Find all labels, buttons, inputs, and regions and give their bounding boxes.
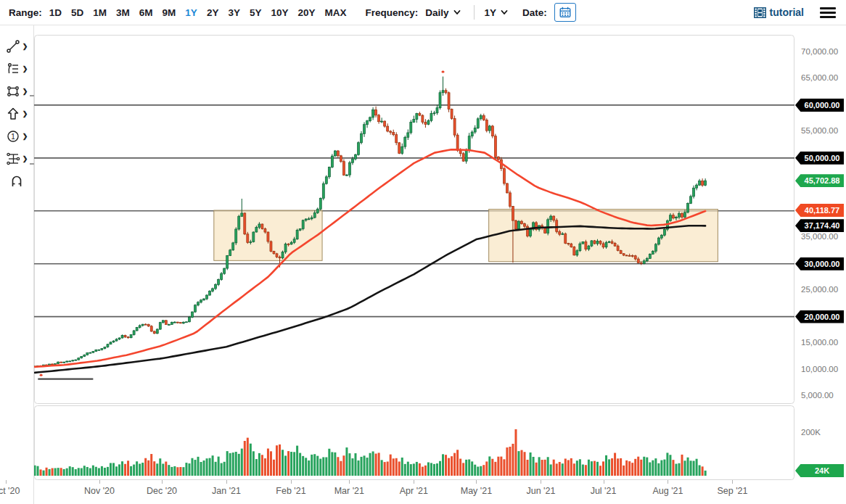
price-axis-label: 5,000.00 (801, 391, 834, 400)
price-axis: 70,000.0065,000.0055,000.0035,000.0025,0… (794, 0, 846, 504)
svg-text:1: 1 (11, 133, 15, 141)
notes-icon (6, 62, 20, 76)
volume-badge: 24K (795, 464, 844, 477)
price-badge: 20,000.00 (795, 310, 844, 323)
trend-line-tool[interactable]: ❯ (2, 38, 31, 54)
chevron-down-icon (453, 9, 461, 16)
range-option-20y[interactable]: 20Y (297, 7, 315, 18)
frequency-value: Daily (425, 7, 448, 18)
frequency-dropdown[interactable]: Daily (425, 7, 460, 18)
time-axis: Oct '20Nov '20Dec '20Jan '21Feb '21Mar '… (0, 480, 794, 504)
price-badge: 60,000.00 (795, 99, 844, 112)
date-label: Date: (522, 7, 547, 18)
time-axis-tick (541, 480, 541, 484)
magnet-tool[interactable] (2, 173, 31, 189)
time-axis-tick (99, 480, 100, 484)
zoom-value: 1Y (485, 7, 497, 18)
range-option-2y[interactable]: 2Y (207, 7, 219, 18)
range-option-max[interactable]: MAX (324, 7, 346, 18)
video-tutorial-icon (754, 7, 766, 18)
price-axis-label: 15,000.00 (801, 338, 838, 347)
shape-icon (6, 84, 20, 99)
range-options: 1D5D1M3M6M9M1Y2Y3Y5Y10Y20YMAX (49, 7, 347, 18)
drawing-tools-sidebar: ❯ ❯ ❯ ❯ 1 ❯ ❯ (0, 25, 34, 504)
price-badge: 37,174.40 (795, 219, 844, 232)
number-annotation-tool[interactable]: 1 ❯ (2, 128, 31, 144)
trend-line-icon (6, 39, 20, 54)
arrow-up-icon (6, 107, 20, 121)
time-axis-tick (226, 480, 227, 484)
volume-axis-label: 200K (801, 428, 821, 437)
circled-one-icon: 1 (6, 129, 20, 144)
time-axis-tick (291, 480, 292, 484)
price-axis-label: 55,000.00 (801, 126, 838, 135)
time-axis-tick (6, 480, 7, 484)
price-axis-label: 65,000.00 (801, 73, 838, 82)
price-badge: 40,118.77 (795, 204, 844, 217)
price-badge: 30,000.00 (795, 257, 844, 270)
month-label: Nov '20 (84, 486, 115, 496)
arrow-tool[interactable]: ❯ (2, 106, 31, 122)
price-badge: 50,000.00 (795, 152, 844, 165)
expand-chevron-icon[interactable]: ❯ (22, 43, 28, 50)
range-option-5y[interactable]: 5Y (250, 7, 262, 18)
time-axis-tick (476, 480, 477, 484)
time-axis-tick (732, 480, 733, 484)
month-label: Dec '20 (147, 486, 177, 496)
price-chart[interactable] (34, 35, 794, 480)
price-axis-label: 70,000.00 (801, 47, 838, 56)
price-axis-label: 25,000.00 (801, 285, 838, 294)
range-label: Range: (9, 7, 42, 18)
magnet-icon (9, 174, 24, 189)
month-label: Oct '20 (0, 486, 20, 496)
month-label: Jan '21 (212, 486, 241, 496)
month-label: Sep '21 (717, 486, 747, 496)
range-option-6m[interactable]: 6M (139, 7, 153, 18)
month-label: Jun '21 (526, 486, 555, 496)
range-option-3m[interactable]: 3M (116, 7, 130, 18)
chevron-down-icon (501, 9, 508, 16)
price-axis-label: 35,000.00 (801, 232, 838, 241)
price-axis-label: 10,000.00 (801, 365, 838, 373)
date-picker-button[interactable] (554, 3, 576, 22)
range-option-10y[interactable]: 10Y (271, 7, 288, 18)
month-label: Aug '21 (652, 486, 683, 496)
range-option-3y[interactable]: 3Y (228, 7, 240, 18)
price-badge: 45,702.88 (795, 174, 844, 187)
toolbar: Range: 1D5D1M3M6M9M1Y2Y3Y5Y10Y20YMAX Fre… (0, 0, 846, 25)
month-label: Feb '21 (276, 486, 305, 496)
expand-chevron-icon[interactable]: ❯ (22, 88, 28, 95)
time-axis-tick (604, 480, 604, 484)
month-label: Mar '21 (334, 486, 364, 496)
fibonacci-icon (6, 152, 20, 166)
expand-chevron-icon[interactable]: ❯ (22, 133, 28, 140)
range-option-5d[interactable]: 5D (71, 7, 83, 18)
expand-chevron-icon[interactable]: ❯ (22, 65, 28, 73)
zoom-dropdown[interactable]: 1Y (485, 7, 509, 18)
notes-tool[interactable]: ❯ (2, 61, 31, 77)
time-axis-tick (668, 480, 668, 484)
range-option-1y[interactable]: 1Y (185, 7, 197, 18)
fibonacci-tool[interactable]: ❯ (2, 151, 31, 167)
month-label: May '21 (461, 486, 492, 496)
time-axis-tick (414, 480, 414, 484)
shape-tool[interactable]: ❯ (2, 83, 31, 99)
expand-chevron-icon[interactable]: ❯ (22, 155, 28, 162)
toolbar-separator (474, 5, 475, 20)
expand-chevron-icon[interactable]: ❯ (22, 110, 28, 117)
time-axis-tick (162, 480, 163, 484)
range-option-1m[interactable]: 1M (93, 7, 107, 18)
time-axis-tick (349, 480, 350, 484)
calendar-icon (559, 6, 572, 19)
month-label: Jul '21 (591, 486, 617, 496)
month-label: Apr '21 (400, 486, 428, 496)
frequency-label: Frequency: (365, 7, 418, 18)
range-option-9m[interactable]: 9M (163, 7, 176, 18)
range-option-1d[interactable]: 1D (49, 7, 62, 18)
